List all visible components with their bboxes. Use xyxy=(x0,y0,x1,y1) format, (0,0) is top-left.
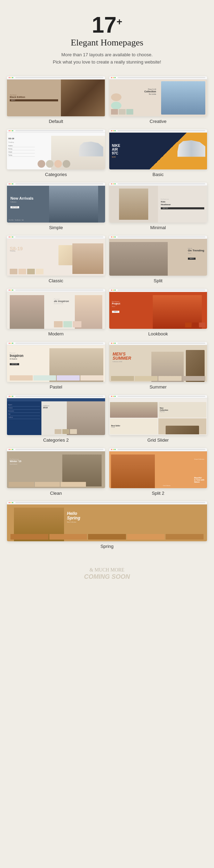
gs-person-1 xyxy=(110,402,158,418)
nav-url-bar xyxy=(118,396,206,397)
mock-content-simple: New Arrivals Collection SHOP NOW Best Se… xyxy=(7,186,105,223)
thumbnail-categories2[interactable]: Apparel Footwear Accessories Sale Lookbo… xyxy=(7,395,105,435)
lookbook-button[interactable]: SHOP IT xyxy=(112,311,120,313)
pastel-button[interactable]: SHOP NOW xyxy=(10,363,19,365)
cat-left-nav: SS-19 Trending Sneakers Running Lifestyl… xyxy=(7,136,36,169)
mock-nav-categories2 xyxy=(7,395,105,398)
header-subtitle: More than 17 layouts are available to ch… xyxy=(7,51,207,66)
nav-dot-green xyxy=(12,183,13,184)
mock-nav-basic xyxy=(109,130,207,133)
thumbnail-clean[interactable]: Collection Winter '19 Great Collection xyxy=(7,448,105,488)
mock-nav-categories xyxy=(7,130,105,133)
mock-content-creative: Pluto S-19 Collection No Limits xyxy=(109,80,207,116)
mock-content-spring: HelloSpring New Collection xyxy=(7,504,207,541)
thumbnail-classic[interactable]: S8-19 Trending xyxy=(7,236,105,276)
thumb-gridslider-inner: New Collection Shop Now Best Seller View… xyxy=(109,398,207,435)
thumb-categories-inner: SS-19 Trending Sneakers Running Lifestyl… xyxy=(7,133,105,169)
summer-text: MEN'SSUMMER Collection 2019 xyxy=(113,352,131,362)
thumbnail-categories[interactable]: SS-19 Trending Sneakers Running Lifestyl… xyxy=(7,130,105,169)
grid-item-default[interactable]: The Diesel Black Edition SHOP IT Default xyxy=(7,76,105,124)
grid-item-gridslider[interactable]: New Collection Shop Now Best Seller View… xyxy=(109,395,207,443)
grid-item-classic[interactable]: S8-19 Trending xyxy=(7,236,105,283)
nav-dot-yellow xyxy=(10,396,11,397)
thumb-split-inner: FW-19 On Trending Shop it SHOP IT xyxy=(109,239,207,276)
thumbnail-spring[interactable]: HelloSpring New Collection xyxy=(7,501,207,541)
grid-item-clean[interactable]: Collection Winter '19 Great Collection xyxy=(7,448,105,496)
nav-dot-red xyxy=(111,396,112,397)
thumbnail-simple[interactable]: New Arrivals Collection SHOP NOW Best Se… xyxy=(7,183,105,223)
thumbnail-pastel[interactable]: Pastel Inspiron de Inspiron SHOP NOW xyxy=(7,342,105,382)
lookbook-thumb-2 xyxy=(192,323,198,327)
summer-row-1 xyxy=(111,376,134,381)
clean-row-1 xyxy=(9,482,34,487)
nav-dot-red xyxy=(9,343,10,344)
spring-row-2 xyxy=(49,534,87,540)
mock-nav-gridslider xyxy=(109,395,207,398)
thumb-clean-inner: Collection Winter '19 Great Collection xyxy=(7,451,105,488)
mock-content-categories2: Apparel Footwear Accessories Sale Lookbo… xyxy=(7,398,105,435)
pastel-title: Inspiron xyxy=(10,354,23,358)
split2-person xyxy=(111,454,155,488)
thumbnail-lookbook[interactable]: Red Season Project Shop it SHOP IT xyxy=(109,289,207,329)
gs-sub2: View All xyxy=(111,427,157,428)
thumbnail-basic[interactable]: NIKE AIR 97C $180 xyxy=(109,130,207,169)
grid-item-categories[interactable]: SS-19 Trending Sneakers Running Lifestyl… xyxy=(7,130,105,177)
mock-content-default: The Diesel Black Edition SHOP IT xyxy=(7,80,105,116)
grid-item-simple[interactable]: New Arrivals Collection SHOP NOW Best Se… xyxy=(7,183,105,230)
simple-text: New Arrivals Collection SHOP NOW xyxy=(10,196,33,209)
grid-item-lookbook[interactable]: Red Season Project Shop it SHOP IT xyxy=(109,289,207,336)
nav-dot-yellow xyxy=(113,290,114,291)
thumbnail-summer[interactable]: MEN'SSUMMER Collection 2019 xyxy=(109,342,207,382)
minimal-button[interactable]: SHOP NOW xyxy=(161,207,204,209)
mock-content-gridslider: New Collection Shop Now Best Seller View… xyxy=(109,398,207,435)
mock-content-clean: Collection Winter '19 Great Collection xyxy=(7,451,105,488)
grid-item-creative[interactable]: Pluto S-19 Collection No Limits xyxy=(109,76,207,124)
grid-item-split[interactable]: FW-19 On Trending Shop it SHOP IT Split xyxy=(109,236,207,283)
mock-nav-pastel xyxy=(7,342,105,345)
nav-url-bar xyxy=(15,290,103,291)
grid-item-spring[interactable]: HelloSpring New Collection xyxy=(7,501,207,549)
thumbnail-creative[interactable]: Pluto S-19 Collection No Limits xyxy=(109,76,207,116)
grid-item-categories2[interactable]: Apparel Footwear Accessories Sale Lookbo… xyxy=(7,395,105,443)
mock-content-pastel: Pastel Inspiron de Inspiron SHOP NOW xyxy=(7,345,105,382)
thumbnail-comingsoon: & MUCH MORE COMING SOON xyxy=(7,554,207,594)
grid-item-basic[interactable]: NIKE AIR 97C $180 xyxy=(109,130,207,177)
classic-thumb-1 xyxy=(10,269,17,274)
thumbnail-split[interactable]: FW-19 On Trending Shop it SHOP IT xyxy=(109,236,207,276)
thumbnail-split2[interactable]: Great Collection Beautiful In Tune with … xyxy=(109,448,207,488)
thumbnail-gridslider[interactable]: New Collection Shop Now Best Seller View… xyxy=(109,395,207,435)
default-button[interactable]: SHOP IT xyxy=(10,99,58,101)
modern-text: Pastel de Inspiron Collection xyxy=(54,298,69,305)
grid-item-split2[interactable]: Great Collection Beautiful In Tune with … xyxy=(109,448,207,496)
thumbnail-default[interactable]: The Diesel Black Edition SHOP IT xyxy=(7,76,105,116)
nav-url-bar xyxy=(15,449,103,450)
nav-dot-green xyxy=(12,502,13,503)
clean-row xyxy=(9,482,86,487)
split-button[interactable]: SHOP IT xyxy=(188,258,196,260)
lookbook-thumbs xyxy=(185,323,205,327)
label-gridslider: Grid Slider xyxy=(148,437,169,443)
nav-url-bar xyxy=(15,502,205,503)
nav-dot-red xyxy=(9,449,10,450)
simple-button[interactable]: SHOP NOW xyxy=(10,206,19,208)
mock-nav-classic xyxy=(7,236,105,239)
grid-item-modern[interactable]: Pastel de Inspiron Collection xyxy=(7,289,105,336)
nav-dot-red xyxy=(111,130,112,131)
split-person xyxy=(109,242,168,276)
thumbnail-modern[interactable]: Pastel de Inspiron Collection xyxy=(7,289,105,329)
nav-dot-red xyxy=(111,343,112,344)
mock-content-basic: NIKE AIR 97C $180 xyxy=(109,133,207,169)
clean-sub: Great Collection xyxy=(10,464,21,465)
clean-row-3 xyxy=(61,482,86,487)
thumb-lookbook-inner: Red Season Project Shop it SHOP IT xyxy=(109,292,207,329)
grid-item-pastel[interactable]: Pastel Inspiron de Inspiron SHOP NOW xyxy=(7,342,105,390)
mock-nav-minimal xyxy=(109,183,207,186)
default-right xyxy=(61,80,105,116)
grid-item-minimal[interactable]: Collection KidsHeadwear SHOP NOW Minimal xyxy=(109,183,207,230)
nav-dot-green xyxy=(12,396,13,397)
nav-dot-yellow xyxy=(10,502,11,503)
split2-text: Great Collection xyxy=(194,458,204,460)
thumbnail-minimal[interactable]: Collection KidsHeadwear SHOP NOW xyxy=(109,183,207,223)
cat2-hero: Fall/Winter 2019 xyxy=(41,401,105,435)
grid-item-summer[interactable]: MEN'SSUMMER Collection 2019 xyxy=(109,342,207,390)
